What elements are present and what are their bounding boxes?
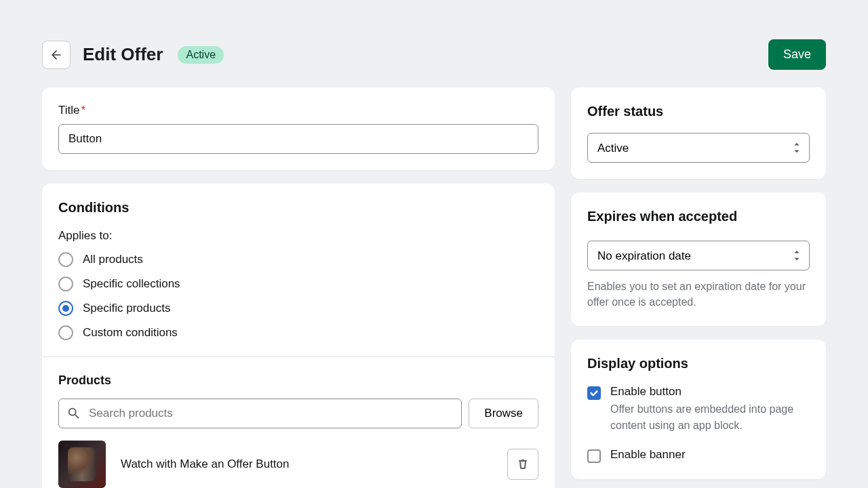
expires-heading: Expires when accepted <box>587 209 810 224</box>
radio-icon <box>58 301 73 316</box>
products-heading: Products <box>58 373 538 388</box>
title-card: Title* <box>42 87 555 170</box>
title-label: Title* <box>58 104 538 117</box>
product-list-item: Watch with Make an Offer Button <box>58 441 538 488</box>
product-name: Watch with Make an Offer Button <box>121 458 492 471</box>
page-title: Edit Offer <box>83 44 163 65</box>
applies-to-label: Applies to: <box>58 229 538 243</box>
conditions-heading: Conditions <box>58 200 538 216</box>
save-button[interactable]: Save <box>768 39 826 70</box>
expiration-select[interactable]: No expiration date <box>587 241 810 270</box>
radio-custom-conditions[interactable]: Custom conditions <box>58 325 538 340</box>
product-thumbnail <box>58 441 106 488</box>
radio-icon <box>58 252 73 267</box>
browse-button[interactable]: Browse <box>469 399 538 428</box>
search-icon <box>66 406 81 421</box>
radio-icon <box>58 277 73 291</box>
radio-all-products[interactable]: All products <box>58 252 538 267</box>
offer-status-heading: Offer status <box>587 104 810 119</box>
radio-specific-collections[interactable]: Specific collections <box>58 277 538 291</box>
status-badge: Active <box>178 46 224 64</box>
display-options-card: Display options Enable button Offer butt… <box>571 340 826 479</box>
enable-button-label: Enable button <box>610 385 810 399</box>
display-options-heading: Display options <box>587 356 810 371</box>
checkbox-icon <box>587 386 601 400</box>
enable-banner-label: Enable banner <box>610 448 810 462</box>
enable-button-option[interactable]: Enable button Offer buttons are embedded… <box>587 385 810 432</box>
expires-card: Expires when accepted No expiration date… <box>571 192 826 326</box>
applies-to-group: All products Specific collections Specif… <box>58 252 538 340</box>
radio-icon <box>58 325 73 340</box>
remove-product-button[interactable] <box>507 449 538 480</box>
checkbox-icon <box>587 449 601 463</box>
enable-banner-option[interactable]: Enable banner <box>587 448 810 463</box>
page-header: Edit Offer Active Save <box>42 39 826 70</box>
offer-status-card: Offer status Active <box>571 87 826 179</box>
title-input[interactable] <box>58 124 538 154</box>
expires-help-text: Enables you to set an expiration date fo… <box>587 279 810 310</box>
conditions-card: Conditions Applies to: All products Spec… <box>42 184 555 488</box>
offer-status-select[interactable]: Active <box>587 133 810 163</box>
back-button[interactable] <box>42 41 71 69</box>
radio-specific-products[interactable]: Specific products <box>58 301 538 316</box>
products-search-input[interactable] <box>58 399 462 428</box>
arrow-left-icon <box>50 48 63 62</box>
trash-icon <box>516 458 530 471</box>
enable-button-desc: Offer buttons are embedded into page con… <box>610 401 810 432</box>
